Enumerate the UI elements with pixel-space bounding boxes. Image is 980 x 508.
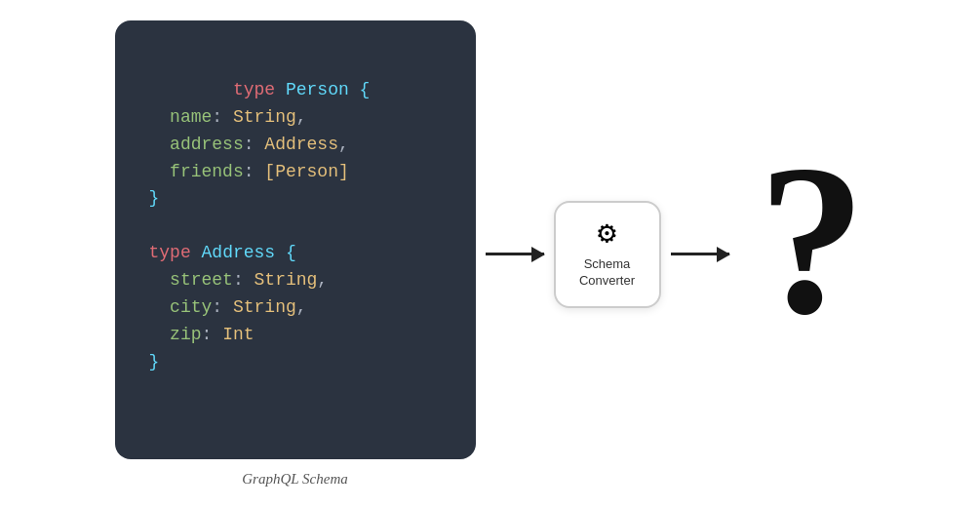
- colon-1: :: [212, 107, 222, 127]
- question-mark: ?: [759, 133, 866, 347]
- keyword-type-2: type: [149, 243, 191, 262]
- field-name-address: address: [170, 135, 244, 154]
- type-ref-address: Address: [264, 135, 338, 154]
- main-layout: type Person { name: String, address: Add…: [0, 0, 980, 508]
- field-name-city: city: [170, 297, 212, 317]
- type-ref-person-list: [Person]: [264, 162, 348, 181]
- converter-label: SchemaConverter: [579, 256, 635, 290]
- type-ref-string-3: String: [233, 297, 296, 317]
- code-caption: GraphQL Schema: [242, 471, 347, 488]
- gear-icon: ⚙️: [598, 219, 616, 251]
- field-name-name: name: [170, 107, 212, 127]
- type-ref-int: Int: [222, 325, 254, 344]
- brace-open-1: {: [360, 80, 371, 99]
- converter-box: ⚙️ SchemaConverter: [554, 201, 661, 308]
- brace-close-2: }: [149, 352, 160, 371]
- type-ref-string-2: String: [255, 270, 318, 290]
- arrow-left: [486, 253, 544, 255]
- code-panel-wrapper: type Person { name: String, address: Add…: [115, 20, 476, 488]
- arrow-right: [671, 253, 729, 255]
- field-name-street: street: [170, 270, 233, 290]
- brace-close-1: }: [149, 188, 160, 208]
- keyword-type-1: type: [233, 80, 275, 99]
- arrow-line-right: [671, 253, 729, 255]
- field-name-friends: friends: [170, 162, 244, 181]
- type-name-address: Address: [202, 243, 276, 262]
- code-panel: type Person { name: String, address: Add…: [115, 20, 476, 459]
- field-name-zip: zip: [170, 325, 201, 344]
- type-ref-string-1: String: [233, 107, 296, 127]
- brace-open-2: {: [286, 243, 296, 262]
- arrow-line-left: [486, 253, 544, 255]
- code-block: type Person { name: String, address: Add…: [149, 50, 442, 404]
- type-name-person: Person: [286, 80, 349, 99]
